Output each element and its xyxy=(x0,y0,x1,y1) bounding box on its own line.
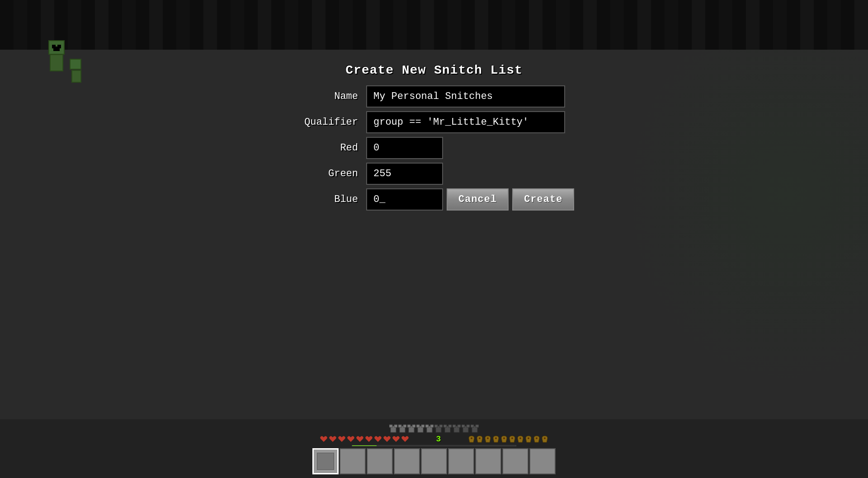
svg-point-36 xyxy=(519,437,521,439)
svg-rect-7 xyxy=(407,425,410,427)
svg-rect-28 xyxy=(471,425,474,427)
food-icon-6 xyxy=(509,436,516,443)
hotbar-slot-7[interactable] xyxy=(475,448,501,474)
food-icon-7 xyxy=(517,436,524,443)
heart-3 xyxy=(338,436,346,443)
food-icon-3 xyxy=(484,436,491,443)
hotbar-slot-6[interactable] xyxy=(448,448,474,474)
svg-rect-25 xyxy=(462,425,465,427)
food-icon-1 xyxy=(468,436,475,443)
level-number: 3 xyxy=(436,435,441,444)
heart-6 xyxy=(365,436,373,443)
svg-rect-19 xyxy=(443,425,447,427)
hotbar-slot-8[interactable] xyxy=(502,448,528,474)
svg-rect-13 xyxy=(425,425,429,427)
svg-point-38 xyxy=(536,437,538,439)
green-input[interactable] xyxy=(366,163,443,185)
heart-2 xyxy=(329,436,337,443)
svg-rect-2 xyxy=(394,425,397,427)
green-label: Green xyxy=(303,168,366,179)
name-input[interactable] xyxy=(366,85,565,108)
dialog-overlay: Create New Snitch List Name Qualifier Re… xyxy=(0,0,868,478)
dialog-form: Name Qualifier Red Green Blue Cancel Cre… xyxy=(303,85,565,214)
blue-row: Blue Cancel Create xyxy=(303,188,565,211)
svg-rect-5 xyxy=(403,425,406,427)
heart-10 xyxy=(401,436,409,443)
svg-rect-16 xyxy=(434,425,438,427)
food-icon-10 xyxy=(541,436,548,443)
hearts-container xyxy=(320,436,409,443)
svg-point-35 xyxy=(511,437,513,439)
armor-icon-9 xyxy=(462,424,470,433)
blue-input[interactable] xyxy=(366,188,443,211)
red-row: Red xyxy=(303,137,565,159)
hotbar-slot-4[interactable] xyxy=(394,448,420,474)
heart-4 xyxy=(347,436,355,443)
qualifier-row: Qualifier xyxy=(303,111,565,133)
create-button[interactable]: Create xyxy=(512,188,574,211)
food-icon-2 xyxy=(476,436,483,443)
hotbar-slot-5[interactable] xyxy=(421,448,447,474)
hotbar-slot-2[interactable] xyxy=(340,448,366,474)
hotbar-item-1 xyxy=(317,453,334,470)
food-icon-5 xyxy=(500,436,508,443)
svg-rect-20 xyxy=(448,425,452,427)
dialog-title: Create New Snitch List xyxy=(345,63,523,77)
armor-icon-3 xyxy=(407,424,415,433)
svg-rect-14 xyxy=(430,425,434,427)
armor-icon-5 xyxy=(425,424,434,433)
name-row: Name xyxy=(303,85,565,108)
armor-icon-8 xyxy=(453,424,461,433)
svg-point-39 xyxy=(544,437,546,439)
food-icon-9 xyxy=(533,436,540,443)
armor-icon-1 xyxy=(389,424,397,433)
heart-1 xyxy=(320,436,328,443)
svg-point-30 xyxy=(471,437,472,439)
xp-bar-fill xyxy=(352,445,377,446)
hotbar-slot-3[interactable] xyxy=(367,448,393,474)
armor-icon-4 xyxy=(416,424,425,433)
cancel-button[interactable]: Cancel xyxy=(447,188,509,211)
hotbar-slot-1[interactable] xyxy=(312,448,339,474)
qualifier-input[interactable] xyxy=(366,111,565,133)
heart-7 xyxy=(374,436,382,443)
svg-point-33 xyxy=(495,437,497,439)
xp-bar-container xyxy=(352,445,516,446)
svg-rect-8 xyxy=(412,425,415,427)
svg-rect-23 xyxy=(458,425,461,427)
red-label: Red xyxy=(303,142,366,154)
hotbar xyxy=(312,448,556,474)
armor-icon-6 xyxy=(434,424,443,433)
svg-rect-1 xyxy=(389,425,392,427)
heart-5 xyxy=(356,436,364,443)
green-row: Green xyxy=(303,163,565,185)
qualifier-label: Qualifier xyxy=(303,117,366,128)
svg-rect-17 xyxy=(439,425,443,427)
svg-rect-22 xyxy=(453,425,456,427)
bottom-hud: 3 xyxy=(0,424,868,478)
svg-rect-4 xyxy=(398,425,401,427)
armor-icon-7 xyxy=(443,424,452,433)
armor-row xyxy=(389,424,479,434)
food-icon-8 xyxy=(525,436,532,443)
blue-label: Blue xyxy=(303,194,366,205)
red-input[interactable] xyxy=(366,137,443,159)
svg-point-32 xyxy=(487,437,489,439)
svg-point-37 xyxy=(528,437,529,439)
svg-rect-10 xyxy=(416,425,420,427)
heart-9 xyxy=(392,436,400,443)
armor-icon-10 xyxy=(471,424,479,433)
svg-rect-29 xyxy=(476,425,479,427)
svg-rect-26 xyxy=(467,425,470,427)
armor-icon-2 xyxy=(398,424,406,433)
food-icon-4 xyxy=(492,436,500,443)
svg-point-34 xyxy=(503,437,505,439)
svg-point-31 xyxy=(479,437,481,439)
food-container xyxy=(468,436,548,443)
name-label: Name xyxy=(303,91,366,102)
svg-rect-11 xyxy=(421,425,425,427)
hotbar-slot-9[interactable] xyxy=(529,448,556,474)
heart-8 xyxy=(383,436,391,443)
